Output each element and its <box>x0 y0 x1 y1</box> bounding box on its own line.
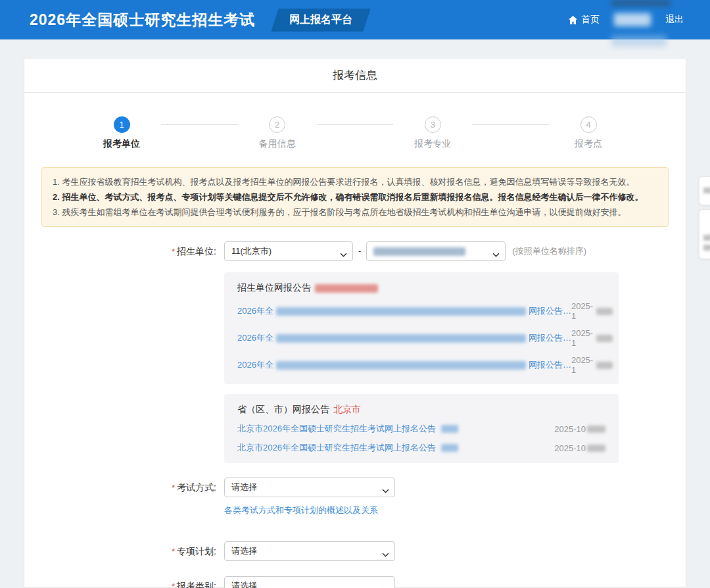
step-4-circle: 4 <box>580 116 597 133</box>
special-plan-label: *专项计划: <box>24 541 224 562</box>
step-major: 3 报考专业 <box>393 116 472 150</box>
province-notice-row: 北京市2026年全国硕士研究生招生考试网上报名公告 2025-10 <box>237 442 605 454</box>
widget-text-redacted <box>703 245 710 251</box>
exam-method-help-row: 各类考试方式和专项计划的概述以及关系 <box>224 504 686 516</box>
unit-notice-date: 2025-1 <box>571 301 613 321</box>
unit-notice-row: 2026年全 网报公告… 2025-1 <box>237 301 605 321</box>
unit-notice-row: 2026年全 网报公告… 2025-1 <box>237 328 605 348</box>
platform-badge: 网上报名平台 <box>271 9 370 32</box>
nav-logout[interactable]: 退出 <box>665 14 684 26</box>
step-connector <box>317 124 394 125</box>
floating-widget-top[interactable] <box>699 176 710 205</box>
unit-notice-date: 2025-1 <box>571 355 613 375</box>
unit-sort-hint: (按照单位名称排序) <box>512 241 586 261</box>
province-notices-panel: 省（区、市）网报公告 北京市 北京市2026年全国硕士研究生招生考试网上报名公告… <box>224 394 619 463</box>
exam-method-select[interactable]: 请选择 <box>224 478 395 497</box>
widget-icon-redacted <box>703 187 710 193</box>
notice-line-1: 1. 考生应按省级教育招生考试机构、报考点以及报考招生单位的网报公告要求进行报名… <box>53 174 657 189</box>
required-mark: * <box>172 483 175 493</box>
category-label: *报考类别: <box>24 576 224 588</box>
date-redacted <box>596 335 613 342</box>
chevron-down-icon <box>382 485 389 490</box>
unit-notice-link[interactable]: 2026年全 网报公告… <box>237 359 571 371</box>
chevron-down-icon <box>340 249 347 254</box>
step-connector <box>472 124 549 125</box>
username-redacted <box>614 13 651 26</box>
nav-home[interactable]: 首页 <box>568 14 600 26</box>
province-select[interactable]: 11(北京市) <box>224 241 353 261</box>
date-redacted <box>596 362 613 369</box>
main-card: 报考信息 1 报考单位 2 备用信息 3 报考专业 4 报考点 1. 考生应按省… <box>24 58 686 588</box>
category-select-value: 请选择 <box>231 580 257 588</box>
unit-separator: - <box>358 241 361 261</box>
date-redacted <box>587 445 605 452</box>
province-notices-title: 省（区、市）网报公告 北京市 <box>237 404 605 416</box>
step-4-label: 报考点 <box>575 138 602 150</box>
date-redacted <box>596 308 613 315</box>
chevron-down-icon <box>492 249 500 254</box>
app-title: 2026年全国硕士研究生招生考试 <box>30 10 255 30</box>
required-mark: * <box>172 247 175 257</box>
step-3-circle: 3 <box>425 116 441 133</box>
exam-method-select-value: 请选择 <box>231 481 257 493</box>
unit-notices-title: 招生单位网报公告 <box>237 282 605 294</box>
unit-name-redacted <box>315 284 378 293</box>
required-mark: * <box>172 581 175 588</box>
redaction-smudge-top <box>611 0 671 6</box>
unit-notice-row: 2026年全 网报公告… 2025-1 <box>237 355 605 375</box>
redaction-smudge-below-header <box>611 36 667 47</box>
step-2-label: 备用信息 <box>259 138 296 150</box>
province-select-value: 11(北京市) <box>231 245 272 257</box>
unit-notice-link[interactable]: 2026年全 网报公告… <box>237 332 571 344</box>
required-mark: * <box>172 547 175 556</box>
step-report-unit: 1 报考单位 <box>82 116 161 150</box>
header-nav: 首页 退出 <box>568 0 684 39</box>
step-1-circle: 1 <box>114 116 130 133</box>
home-icon <box>568 15 578 25</box>
nav-logout-label: 退出 <box>665 14 684 26</box>
province-name: 北京市 <box>333 404 361 416</box>
exam-method-label: *考试方式: <box>24 478 224 498</box>
notice-text-redacted <box>276 307 526 316</box>
registration-form: *招生单位: 11(北京市) - (按照单位名称排序) 招生单位网报公告 <box>24 241 686 588</box>
registration-page: { "header": { "title": "2026年全国硕士研究生招生考试… <box>0 0 710 588</box>
notice-line-3: 3. 残疾考生如需组考单位在考试期间提供合理考试便利服务的，应于报名阶段与考点所… <box>53 205 657 220</box>
notice-text-redacted <box>276 361 526 370</box>
exam-method-help-link[interactable]: 各类考试方式和专项计划的概述以及关系 <box>224 505 378 515</box>
special-plan-select[interactable]: 请选择 <box>224 541 395 561</box>
row-exam-method: *考试方式: 请选择 <box>24 478 686 498</box>
province-notice-date: 2025-10 <box>554 424 605 434</box>
recruit-unit-label: *招生单位: <box>24 241 224 262</box>
province-notice-link[interactable]: 北京市2026年全国硕士研究生招生考试网上报名公告 <box>237 423 458 435</box>
province-notice-row: 北京市2026年全国硕士研究生招生考试网上报名公告 2025-10 <box>237 423 605 435</box>
page-title: 报考信息 <box>24 59 686 93</box>
unit-select-value-redacted <box>373 247 465 256</box>
category-select[interactable]: 请选择 <box>224 576 395 588</box>
app-header: 2026年全国硕士研究生招生考试 网上报名平台 首页 退出 <box>0 0 710 39</box>
nav-home-label: 首页 <box>581 14 600 26</box>
province-notice-link[interactable]: 北京市2026年全国硕士研究生招生考试网上报名公告 <box>237 442 458 454</box>
attachment-redacted <box>441 444 458 452</box>
row-special-plan: *专项计划: 请选择 <box>24 541 686 562</box>
step-2-circle: 2 <box>269 116 285 133</box>
widget-text-redacted <box>703 235 710 241</box>
unit-notices-panel: 招生单位网报公告 2026年全 网报公告… 2025-1 2026年全 <box>224 272 619 384</box>
platform-badge-label: 网上报名平台 <box>289 13 352 27</box>
unit-notice-date: 2025-1 <box>571 328 613 348</box>
notice-line-2: 2. 招生单位、考试方式、报考点、专项计划等关键信息提交后不允许修改，确有错误需… <box>53 189 657 205</box>
row-recruit-unit: *招生单位: 11(北京市) - (按照单位名称排序) <box>24 241 686 262</box>
unit-select[interactable] <box>366 241 506 261</box>
chevron-down-icon <box>382 549 389 554</box>
floating-widget-bottom[interactable] <box>699 209 710 259</box>
attachment-redacted <box>441 425 458 433</box>
step-1-label: 报考单位 <box>103 138 140 150</box>
chevron-down-icon <box>382 584 389 588</box>
step-exam-site: 4 报考点 <box>549 116 628 150</box>
step-backup-info: 2 备用信息 <box>238 116 317 150</box>
stepper: 1 报考单位 2 备用信息 3 报考专业 4 报考点 <box>24 93 686 150</box>
unit-notice-link[interactable]: 2026年全 网报公告… <box>237 305 571 317</box>
step-connector <box>161 124 238 125</box>
province-notice-date: 2025-10 <box>554 443 605 453</box>
special-plan-select-value: 请选择 <box>231 545 257 557</box>
step-3-label: 报考专业 <box>414 138 451 150</box>
